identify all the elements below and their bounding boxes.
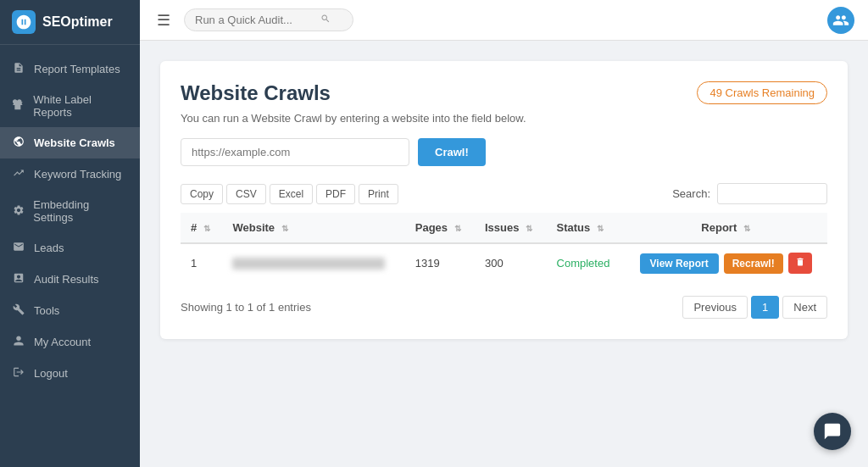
crawl-input-row: Crawl! [181,138,827,166]
col-header-website[interactable]: Website ⇅ [222,213,404,243]
sidebar-nav: Report Templates White Label Reports Web… [0,45,140,467]
sidebar-item-report-templates[interactable]: Report Templates [0,53,140,85]
table-search-input[interactable] [717,183,827,204]
sidebar-item-logout[interactable]: Logout [0,358,140,389]
my-account-icon [12,335,25,349]
sidebar-item-keyword-tracking[interactable]: Keyword Tracking [0,158,140,190]
sidebar-item-label-website-crawls: Website Crawls [34,136,115,149]
report-templates-icon [12,62,25,76]
sidebar-item-tools[interactable]: Tools [0,295,140,326]
cell-report: View Report Recrawl! [624,243,827,282]
tools-icon [12,303,25,318]
main-area: ☰ Website Crawls 49 Crawls Remaining You… [140,0,868,467]
page-header: Website Crawls 49 Crawls Remaining [181,81,827,105]
website-crawls-icon [12,136,25,150]
sidebar-item-label-report-templates: Report Templates [34,63,120,75]
col-header-num[interactable]: # ⇅ [181,213,222,243]
sort-icon-website: ⇅ [281,224,288,233]
action-buttons: View Report Recrawl! [634,253,817,274]
cell-status: Completed [547,243,625,282]
sidebar-item-label-tools: Tools [34,304,59,317]
content-card: Website Crawls 49 Crawls Remaining You c… [160,61,848,339]
next-button[interactable]: Next [782,296,827,319]
sort-icon-status: ⇅ [597,224,604,233]
table-search-row: Search: [672,183,827,204]
search-icon [320,14,331,26]
crawl-button[interactable]: Crawl! [418,138,486,166]
sidebar: SEOptimer Report Templates White Label R… [0,0,140,467]
website-url-input[interactable] [181,138,409,166]
table-footer: Showing 1 to 1 of 1 entries Previous 1 N… [181,296,827,319]
col-header-issues[interactable]: Issues ⇅ [475,213,547,243]
logo-icon [12,10,36,34]
website-blurred [232,258,385,270]
recrawl-button[interactable]: Recrawl! [724,253,783,274]
search-label: Search: [672,187,710,200]
leads-icon [12,241,25,255]
audit-results-icon [12,272,25,286]
delete-button[interactable] [788,253,812,274]
showing-text: Showing 1 to 1 of 1 entries [181,301,311,314]
sidebar-logo: SEOptimer [0,0,140,45]
col-header-pages[interactable]: Pages ⇅ [405,213,475,243]
sidebar-item-label-embedding-settings: Embedding Settings [33,198,128,224]
table-body: 1 1319 300 Completed View Report Re [181,243,827,282]
white-label-icon [12,99,25,114]
cell-pages: 1319 [405,243,475,282]
export-buttons: Copy CSV Excel PDF Print [181,184,398,204]
sidebar-item-label-my-account: My Account [34,336,91,348]
col-header-status[interactable]: Status ⇅ [547,213,625,243]
sort-icon-report: ⇅ [743,224,750,233]
copy-button[interactable]: Copy [181,184,223,204]
view-report-button[interactable]: View Report [640,253,719,274]
embedding-settings-icon [12,204,25,219]
print-button[interactable]: Print [359,184,398,204]
sidebar-item-label-leads: Leads [34,242,64,254]
sort-icon-issues: ⇅ [526,224,532,233]
sidebar-item-label-white-label: White Label Reports [33,93,128,119]
sidebar-item-label-audit-results: Audit Results [34,273,99,286]
sidebar-item-my-account[interactable]: My Account [0,326,140,358]
table-header: # ⇅ Website ⇅ Pages ⇅ Issues [181,213,827,243]
cell-website [222,243,404,282]
sort-icon-pages: ⇅ [454,224,461,233]
sort-icon-num: ⇅ [203,224,210,233]
logout-icon [12,366,25,381]
sidebar-item-website-crawls[interactable]: Website Crawls [0,127,140,158]
topbar: ☰ [140,0,868,41]
logo-text: SEOptimer [42,14,113,30]
excel-button[interactable]: Excel [270,184,313,204]
col-header-report[interactable]: Report ⇅ [624,213,827,243]
sidebar-item-audit-results[interactable]: Audit Results [0,264,140,295]
sidebar-item-label-logout: Logout [34,367,68,380]
cell-issues: 300 [475,243,547,282]
table-row: 1 1319 300 Completed View Report Re [181,243,827,282]
chat-bubble[interactable] [814,413,851,450]
crawls-remaining-badge: 49 Crawls Remaining [697,81,827,104]
content: Website Crawls 49 Crawls Remaining You c… [140,41,868,467]
table-toolbar: Copy CSV Excel PDF Print Search: [181,183,827,204]
search-input[interactable] [195,14,314,26]
csv-button[interactable]: CSV [226,184,266,204]
page-description: You can run a Website Crawl by entering … [181,112,827,125]
hamburger-button[interactable]: ☰ [153,8,174,33]
sidebar-item-leads[interactable]: Leads [0,232,140,264]
sidebar-item-label-keyword-tracking: Keyword Tracking [34,168,121,181]
previous-button[interactable]: Previous [682,296,748,319]
page-title: Website Crawls [181,81,331,105]
sidebar-item-white-label-reports[interactable]: White Label Reports [0,85,140,127]
user-avatar[interactable] [827,7,854,34]
cell-num: 1 [181,243,222,282]
quick-audit-search[interactable] [184,8,353,31]
topbar-right [827,7,854,34]
pagination: Previous 1 Next [682,296,827,319]
pdf-button[interactable]: PDF [316,184,355,204]
page-1-button[interactable]: 1 [751,296,779,319]
status-badge: Completed [557,257,610,270]
crawls-table: # ⇅ Website ⇅ Pages ⇅ Issues [181,213,827,282]
keyword-tracking-icon [12,167,25,181]
sidebar-item-embedding-settings[interactable]: Embedding Settings [0,190,140,232]
